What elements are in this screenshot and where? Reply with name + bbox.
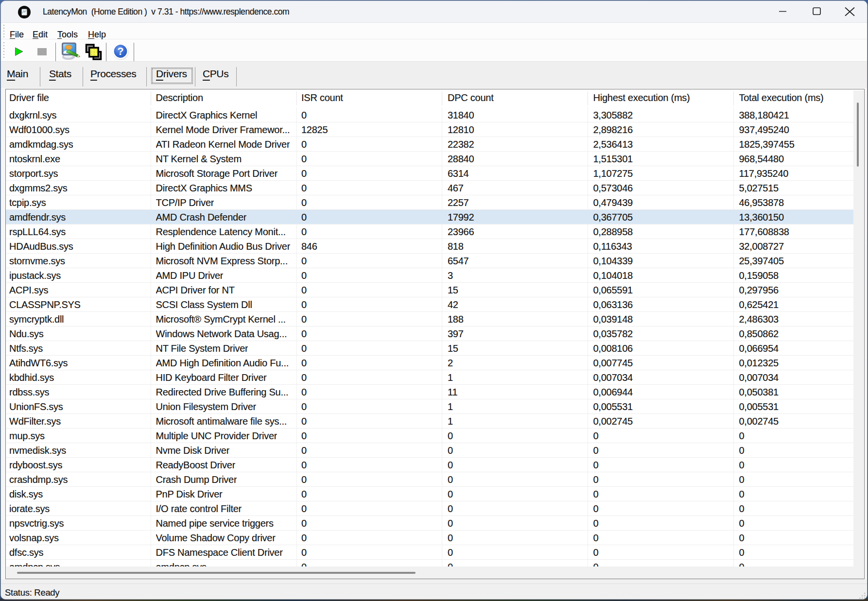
svg-text:?: ? [117, 45, 123, 57]
